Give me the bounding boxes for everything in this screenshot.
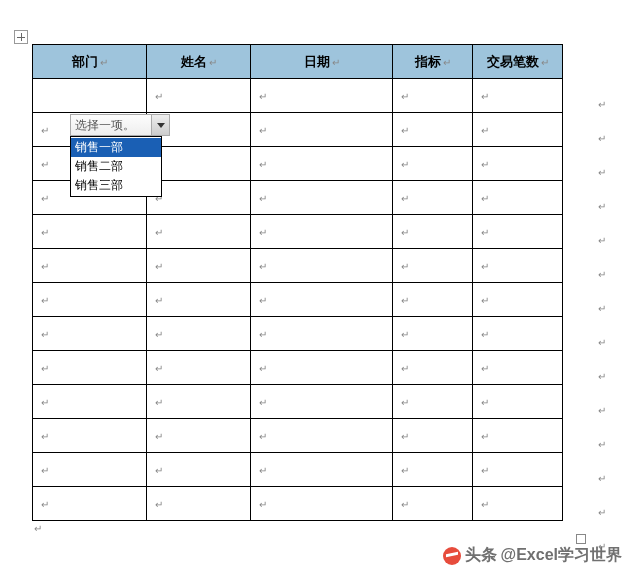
para-mark-icon: ↵	[481, 464, 489, 475]
department-dropdown[interactable]: 选择一项。	[70, 114, 170, 136]
table-cell[interactable]: ↵	[251, 385, 393, 419]
table-cell[interactable]: ↵	[251, 249, 393, 283]
table-cell[interactable]: ↵	[393, 317, 473, 351]
para-mark-icon: ↵	[155, 260, 163, 271]
dropdown-option[interactable]: 销售三部	[71, 176, 161, 195]
table-move-handle[interactable]	[14, 30, 28, 44]
table-cell[interactable]: ↵	[393, 215, 473, 249]
para-mark-icon: ↵	[41, 396, 49, 407]
table-cell[interactable]: ↵	[473, 147, 563, 181]
para-mark-icon: ↵	[41, 226, 49, 237]
para-mark-icon: ↵	[481, 328, 489, 339]
table-wrapper: 部门↵ 姓名↵ 日期↵ 指标↵ 交易笔数↵ ↵↵↵↵↵↵↵↵↵↵↵↵↵↵↵↵↵↵…	[32, 44, 620, 534]
table-cell[interactable]: ↵	[473, 113, 563, 147]
para-mark-icon: ↵	[155, 226, 163, 237]
table-row: ↵↵↵↵↵	[33, 215, 563, 249]
table-cell[interactable]: ↵	[33, 283, 147, 317]
para-mark-icon: ↵	[259, 430, 267, 441]
para-mark-icon: ↵	[41, 362, 49, 373]
table-cell[interactable]: ↵	[251, 419, 393, 453]
table-row: ↵↵↵↵↵	[33, 419, 563, 453]
para-mark-icon: ↵	[155, 430, 163, 441]
table-cell[interactable]: ↵	[393, 181, 473, 215]
table-resize-handle[interactable]	[576, 534, 586, 544]
table-cell[interactable]: ↵	[147, 385, 251, 419]
table-cell[interactable]	[33, 79, 147, 113]
table-cell[interactable]: ↵	[147, 317, 251, 351]
table-cell[interactable]: ↵	[147, 419, 251, 453]
table-cell[interactable]: ↵	[393, 283, 473, 317]
dropdown-toggle-button[interactable]	[151, 115, 169, 135]
table-cell[interactable]: ↵	[147, 181, 251, 215]
table-cell[interactable]: ↵	[147, 351, 251, 385]
para-mark-icon: ↵	[155, 362, 163, 373]
table-cell[interactable]: ↵	[147, 147, 251, 181]
table-cell[interactable]: ↵	[393, 419, 473, 453]
para-mark-icon: ↵	[598, 156, 612, 190]
table-cell[interactable]: ↵	[473, 385, 563, 419]
table-cell[interactable]: ↵	[251, 147, 393, 181]
table-cell[interactable]: ↵	[33, 351, 147, 385]
para-mark-icon: ↵	[155, 90, 163, 101]
table-cell[interactable]: ↵	[147, 453, 251, 487]
table-cell[interactable]: ↵	[33, 215, 147, 249]
table-cell[interactable]: ↵	[147, 283, 251, 317]
para-mark-icon: ↵	[332, 57, 340, 68]
para-mark-icon: ↵	[259, 226, 267, 237]
para-mark-icon: ↵	[401, 498, 409, 509]
table-cell[interactable]: ↵	[251, 181, 393, 215]
table-cell[interactable]: ↵	[393, 113, 473, 147]
table-cell[interactable]: ↵	[33, 419, 147, 453]
para-mark-icon: ↵	[598, 496, 612, 530]
table-cell[interactable]: ↵	[473, 487, 563, 521]
table-cell[interactable]: ↵	[393, 385, 473, 419]
table-cell[interactable]: ↵	[473, 317, 563, 351]
para-mark-icon: ↵	[41, 260, 49, 271]
table-cell[interactable]: ↵	[33, 487, 147, 521]
table-cell[interactable]: ↵	[393, 453, 473, 487]
toutiao-logo-icon	[443, 547, 461, 565]
table-cell[interactable]: ↵	[251, 351, 393, 385]
para-mark-icon: ↵	[443, 57, 451, 68]
para-mark-icon: ↵	[259, 90, 267, 101]
para-mark-icon: ↵	[259, 396, 267, 407]
table-cell[interactable]: ↵	[393, 249, 473, 283]
para-mark-icon: ↵	[481, 396, 489, 407]
table-cell[interactable]: ↵	[473, 351, 563, 385]
table-cell[interactable]: ↵	[33, 385, 147, 419]
table-cell[interactable]: ↵	[473, 215, 563, 249]
table-cell[interactable]: ↵	[147, 487, 251, 521]
para-mark-icon: ↵	[481, 124, 489, 135]
table-cell[interactable]: ↵	[251, 79, 393, 113]
table-cell[interactable]: ↵	[251, 113, 393, 147]
table-cell[interactable]: ↵	[33, 453, 147, 487]
table-cell[interactable]: ↵	[393, 487, 473, 521]
para-mark-icon: ↵	[155, 328, 163, 339]
para-mark-icon: ↵	[41, 464, 49, 475]
table-cell[interactable]: ↵	[473, 79, 563, 113]
table-cell[interactable]: ↵	[393, 79, 473, 113]
table-cell[interactable]: ↵	[393, 147, 473, 181]
table-cell[interactable]: ↵	[251, 453, 393, 487]
table-cell[interactable]: ↵	[473, 249, 563, 283]
table-cell[interactable]: ↵	[147, 249, 251, 283]
table-cell[interactable]: ↵	[473, 181, 563, 215]
table-cell[interactable]: ↵	[251, 215, 393, 249]
table-cell[interactable]: ↵	[33, 249, 147, 283]
table-cell[interactable]: ↵	[33, 317, 147, 351]
table-cell[interactable]: ↵	[147, 215, 251, 249]
para-mark-icon: ↵	[209, 57, 217, 68]
table-cell[interactable]: ↵	[473, 453, 563, 487]
header-department: 部门↵	[33, 45, 147, 79]
table-cell[interactable]: ↵	[251, 317, 393, 351]
table-cell[interactable]: ↵	[147, 79, 251, 113]
para-mark-icon: ↵	[598, 326, 612, 360]
table-cell[interactable]: ↵	[251, 487, 393, 521]
table-cell[interactable]: ↵	[251, 283, 393, 317]
dropdown-option[interactable]: 销售二部	[71, 157, 161, 176]
table-cell[interactable]: ↵	[473, 419, 563, 453]
dropdown-option[interactable]: 销售一部	[71, 138, 161, 157]
para-mark-icon: ↵	[41, 294, 49, 305]
table-cell[interactable]: ↵	[473, 283, 563, 317]
table-cell[interactable]: ↵	[393, 351, 473, 385]
